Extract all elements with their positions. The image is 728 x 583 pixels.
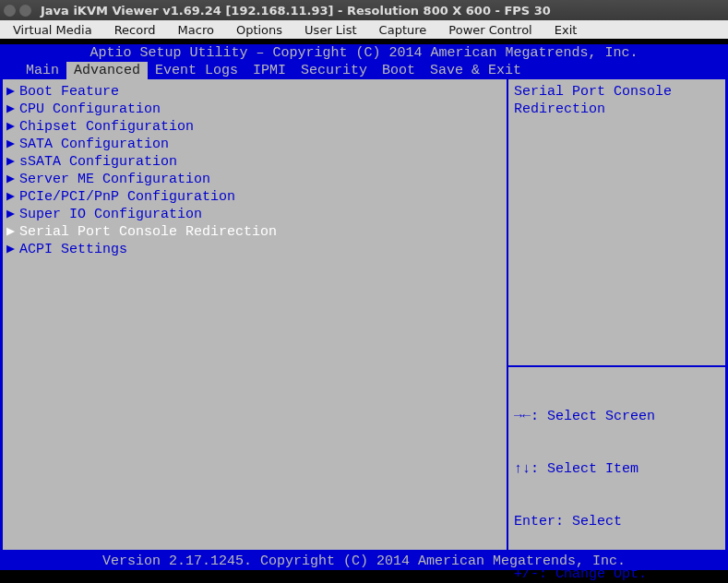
menu-item-label: Super IO Configuration	[19, 206, 202, 223]
window-title: Java iKVM Viewer v1.69.24 [192.168.11.93…	[35, 4, 551, 18]
tab-advanced[interactable]: Advanced	[66, 62, 148, 79]
menu-item-sata-configuration[interactable]: ▶SATA Configuration	[5, 136, 505, 153]
submenu-arrow-icon: ▶	[6, 136, 19, 153]
menu-item-label: SATA Configuration	[19, 136, 169, 153]
menu-options[interactable]: Options	[225, 23, 293, 37]
bios-help-text: Serial Port Console Redirection	[514, 83, 720, 360]
legend-line: →←: Select Screen	[514, 408, 720, 425]
divider	[508, 365, 725, 367]
tab-save-exit[interactable]: Save & Exit	[423, 62, 529, 79]
submenu-arrow-icon: ▶	[6, 241, 19, 258]
bios-footer: Version 2.17.1245. Copyright (C) 2014 Am…	[0, 553, 728, 570]
menu-item-ssata-configuration[interactable]: ▶sSATA Configuration	[5, 153, 505, 171]
bios-screen: Aptio Setup Utility – Copyright (C) 2014…	[0, 39, 728, 583]
menu-item-label: ACPI Settings	[19, 241, 127, 258]
tab-ipmi[interactable]: IPMI	[245, 62, 293, 79]
menu-macro[interactable]: Macro	[167, 23, 225, 37]
submenu-arrow-icon: ▶	[6, 101, 19, 118]
window-close-icon[interactable]	[4, 5, 16, 17]
submenu-arrow-icon: ▶	[6, 171, 19, 188]
menu-item-chipset-configuration[interactable]: ▶Chipset Configuration	[5, 118, 505, 136]
bios-legend: →←: Select Screen ↑↓: Select Item Enter:…	[514, 373, 720, 583]
menu-item-pcie-pnp-configuration[interactable]: ▶PCIe/PCI/PnP Configuration	[5, 188, 505, 206]
submenu-arrow-icon: ▶	[6, 83, 19, 101]
menu-item-acpi-settings[interactable]: ▶ACPI Settings	[5, 241, 505, 258]
menu-record[interactable]: Record	[103, 23, 167, 37]
legend-line: Enter: Select	[514, 513, 720, 530]
menu-item-serial-port-console-redirection[interactable]: ▶Serial Port Console Redirection	[5, 223, 505, 241]
menu-item-super-io-configuration[interactable]: ▶Super IO Configuration	[5, 206, 505, 223]
legend-line: ↑↓: Select Item	[514, 460, 720, 478]
menu-power-control[interactable]: Power Control	[437, 23, 543, 37]
menu-user-list[interactable]: User List	[293, 23, 368, 37]
menu-virtual-media[interactable]: Virtual Media	[2, 23, 103, 37]
tab-main[interactable]: Main	[18, 62, 66, 79]
app-menubar: Virtual Media Record Macro Options User …	[0, 20, 728, 39]
menu-item-label: Serial Port Console Redirection	[19, 223, 277, 241]
bios-help-pane: Serial Port Console Redirection →←: Sele…	[508, 79, 725, 550]
menu-item-label: CPU Configuration	[19, 101, 161, 118]
menu-item-label: Chipset Configuration	[19, 118, 194, 136]
menu-item-boot-feature[interactable]: ▶Boot Feature	[5, 83, 505, 101]
menu-item-cpu-configuration[interactable]: ▶CPU Configuration	[5, 101, 505, 118]
window-titlebar: Java iKVM Viewer v1.69.24 [192.168.11.93…	[0, 0, 728, 20]
window-min-icon[interactable]	[19, 5, 31, 17]
submenu-arrow-icon: ▶	[6, 118, 19, 136]
bios-menu-pane: ▶Boot Feature ▶CPU Configuration ▶Chipse…	[3, 79, 508, 550]
menu-item-label: Server ME Configuration	[19, 171, 210, 188]
menu-item-label: sSATA Configuration	[19, 153, 177, 171]
menu-capture[interactable]: Capture	[368, 23, 438, 37]
bios-header: Aptio Setup Utility – Copyright (C) 2014…	[0, 44, 728, 62]
tab-event-logs[interactable]: Event Logs	[148, 62, 245, 79]
submenu-arrow-icon: ▶	[6, 206, 19, 223]
tab-boot[interactable]: Boot	[375, 62, 423, 79]
bios-tab-bar: Main Advanced Event Logs IPMI Security B…	[0, 62, 728, 79]
menu-item-server-me-configuration[interactable]: ▶Server ME Configuration	[5, 171, 505, 188]
submenu-arrow-icon: ▶	[6, 223, 19, 241]
submenu-arrow-icon: ▶	[6, 153, 19, 171]
menu-item-label: PCIe/PCI/PnP Configuration	[19, 188, 235, 206]
menu-exit[interactable]: Exit	[543, 23, 589, 37]
menu-item-label: Boot Feature	[19, 83, 119, 101]
submenu-arrow-icon: ▶	[6, 188, 19, 206]
tab-security[interactable]: Security	[293, 62, 375, 79]
